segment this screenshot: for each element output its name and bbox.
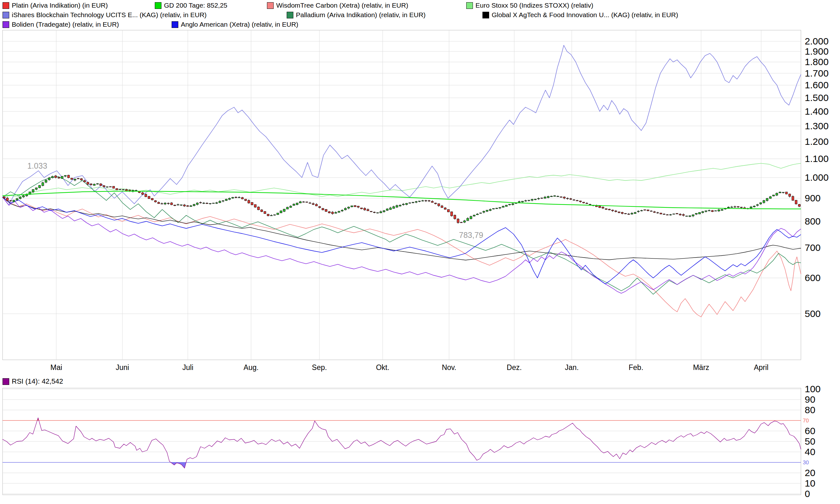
candle-body (332, 212, 334, 214)
candle-body (3, 197, 5, 198)
candle-body (318, 206, 321, 208)
candle-body (238, 197, 240, 198)
candle-body (248, 200, 250, 203)
candle-body (438, 203, 440, 206)
candle-body (315, 204, 317, 206)
candle-body (161, 203, 163, 204)
candle-body (451, 212, 453, 216)
candle-body (612, 210, 614, 211)
rsi-tick-label: 100 (805, 384, 821, 394)
candle-body (573, 200, 575, 200)
candle-body (679, 214, 681, 215)
candle-body (412, 202, 414, 203)
candle-body (190, 206, 192, 207)
candle-body (251, 202, 253, 205)
candle-body (476, 214, 479, 215)
rsi-oversold-line-label: 30 (803, 460, 809, 466)
candle-body (554, 196, 556, 196)
candle-body (357, 206, 360, 208)
candle-body (782, 192, 784, 193)
candle-body (122, 189, 125, 190)
candle-body (557, 196, 559, 197)
y-axis-tick-label: 600 (805, 272, 821, 283)
candle-body (753, 206, 755, 207)
candle-body (570, 199, 572, 199)
candle-body (286, 207, 288, 209)
rsi-tick-label: 50 (805, 436, 815, 447)
rsi-tick-label: 0 (805, 488, 810, 499)
candle-body (685, 216, 688, 217)
candle-body (183, 205, 186, 206)
candle-body (199, 202, 202, 203)
candle-body (660, 213, 662, 214)
candle-body (267, 214, 269, 216)
candle-body (428, 201, 430, 201)
candle-body (212, 203, 214, 203)
candle-body (637, 211, 640, 212)
candle-body (689, 216, 691, 217)
candle-body (274, 215, 276, 215)
candle-body (209, 203, 211, 204)
rsi-tick-label: 20 (805, 467, 815, 478)
candle-body (155, 201, 157, 202)
candle-body (71, 178, 73, 179)
candle-body (283, 209, 285, 211)
candle-body (492, 208, 494, 209)
price-and-rsi-chart[interactable]: 2.0001.9001.8001.7001.6001.5001.4001.300… (0, 0, 840, 504)
candle-body (180, 205, 182, 205)
y-axis-tick-label: 1.300 (805, 121, 828, 131)
candle-body (525, 201, 527, 201)
y-axis-tick-label: 800 (805, 216, 821, 227)
candle-body (264, 212, 266, 214)
candle-body (389, 208, 391, 209)
candle-body (405, 203, 408, 204)
candle-body (563, 197, 565, 198)
candle-body (26, 195, 28, 196)
candle-body (579, 201, 582, 202)
candle-body (32, 190, 34, 192)
candle-body (19, 197, 21, 199)
candle-body (344, 208, 346, 210)
y-axis-tick-label: 700 (805, 242, 821, 253)
candle-body (795, 200, 798, 204)
candle-body (576, 200, 578, 201)
candle-body (605, 209, 607, 210)
candle-body (544, 197, 546, 198)
candle-body (460, 222, 462, 223)
candle-body (692, 215, 694, 216)
candle-body (550, 196, 553, 197)
candle-body (306, 202, 308, 203)
candle-body (625, 213, 627, 214)
candle-body (170, 203, 173, 205)
y-axis-tick-label: 500 (805, 308, 821, 319)
candle-body (728, 207, 730, 208)
candle-body (473, 215, 475, 216)
candle-body (193, 204, 195, 206)
candle-body (641, 211, 643, 211)
candle-body (702, 212, 704, 213)
candle-body (608, 209, 611, 210)
candle-body (647, 210, 649, 211)
candle-body (325, 209, 327, 212)
candle-body (90, 184, 92, 185)
candle-body (792, 196, 794, 200)
candle-body (673, 214, 675, 214)
candle-body (435, 203, 437, 204)
candle-body (457, 219, 459, 223)
y-axis-tick-label: 900 (805, 193, 821, 203)
candle-body (361, 208, 363, 209)
candle-body (599, 206, 601, 208)
candle-body (93, 184, 95, 185)
candle-body (380, 212, 382, 213)
candle-body (618, 212, 620, 213)
rsi-tick-label: 60 (805, 426, 815, 436)
candle-body (463, 221, 466, 222)
candle-body (22, 196, 25, 197)
candle-body (705, 211, 707, 212)
candle-body (695, 213, 698, 214)
candle-body (290, 206, 292, 208)
candle-body (6, 198, 8, 201)
y-axis-tick-label: 1.200 (805, 136, 828, 147)
candle-body (737, 206, 739, 207)
candle-body (766, 198, 768, 201)
